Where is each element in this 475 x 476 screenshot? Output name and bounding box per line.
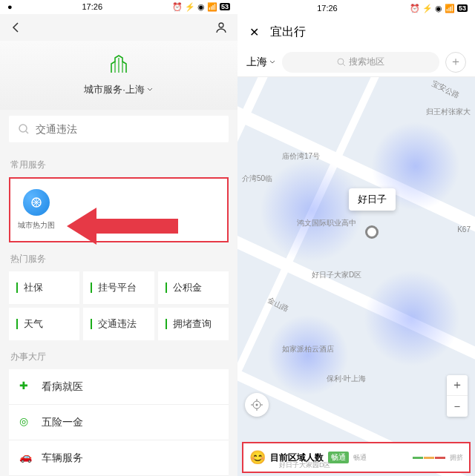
poi-label: 鸿文国际职业高中 bbox=[297, 218, 356, 228]
heatmap-label: 城市热力图 bbox=[18, 220, 55, 231]
section-title-lobby: 办事大厅 bbox=[0, 340, 238, 369]
page-title: 宜出行 bbox=[270, 24, 306, 40]
medical-icon: ✚ bbox=[19, 380, 34, 394]
status-bar: ●17:26 ⏰ ⚡ ◉ 📶 53 bbox=[0, 0, 238, 14]
hot-item[interactable]: 天气 bbox=[9, 308, 79, 340]
insurance-icon: ◎ bbox=[19, 415, 34, 430]
hot-services-grid: 社保 挂号平台 公积金 天气 交通违法 拥堵查询 bbox=[9, 271, 229, 340]
poi-label: 金山路 bbox=[266, 295, 290, 314]
filter-bar: 上海 搜索地区 ＋ bbox=[238, 47, 475, 77]
search-input[interactable] bbox=[36, 123, 220, 135]
zoom-out-button[interactable]: － bbox=[447, 396, 468, 417]
section-title-common: 常用服务 bbox=[0, 148, 238, 177]
city-selector[interactable]: 上海 bbox=[246, 56, 276, 69]
map-canvas[interactable]: 庙价湾17号 好日子大家D区 归王村张家大 介湾50临 鸿文国际职业高中 宝安公… bbox=[238, 77, 475, 476]
zoom-controls: ＋ － bbox=[447, 375, 468, 417]
locate-button[interactable] bbox=[245, 393, 269, 417]
common-services-card: 城市热力图 bbox=[9, 177, 229, 242]
poi-label: 庙价湾17号 bbox=[282, 151, 320, 162]
heatmap-icon bbox=[23, 189, 50, 216]
lobby-item[interactable]: ✚看病就医 bbox=[9, 369, 229, 405]
add-button[interactable]: ＋ bbox=[445, 52, 466, 73]
hot-item[interactable]: 公积金 bbox=[158, 271, 229, 304]
lobby-list: ✚看病就医 ◎五险一金 🚗车辆服务 bbox=[9, 369, 229, 476]
status-emoji: 😊 bbox=[249, 449, 266, 466]
building-icon bbox=[107, 53, 131, 77]
status-bar: 17:26 ⏰ ⚡ ◉ 📶 53 bbox=[238, 0, 475, 16]
close-icon[interactable]: ✕ bbox=[246, 24, 261, 39]
heatmap-service[interactable]: 城市热力图 bbox=[10, 189, 62, 231]
poi-label: 好日子大家D区 bbox=[312, 270, 361, 280]
hot-item[interactable]: 社保 bbox=[9, 271, 79, 304]
nav-bar bbox=[0, 14, 238, 41]
poi-label: 介湾50临 bbox=[242, 173, 272, 184]
legend bbox=[413, 457, 445, 459]
poi-label: 保利·叶上海 bbox=[327, 374, 366, 384]
hero: 城市服务·上海 bbox=[0, 41, 238, 110]
crowd-sublabel: 好日子大家园D区 bbox=[279, 460, 331, 470]
lobby-item[interactable]: ◎五险一金 bbox=[9, 405, 229, 440]
search-icon bbox=[337, 58, 346, 67]
area-search[interactable]: 搜索地区 bbox=[282, 52, 439, 73]
back-icon[interactable] bbox=[9, 20, 24, 35]
hot-item[interactable]: 挂号平台 bbox=[83, 271, 154, 304]
svg-point-6 bbox=[256, 404, 258, 406]
search-icon bbox=[18, 123, 30, 135]
poi-label: 如家派柏云酒店 bbox=[282, 344, 334, 354]
poi-label: K67 bbox=[457, 225, 471, 234]
zoom-in-button[interactable]: ＋ bbox=[447, 375, 468, 396]
poi-label: 归王村张家大 bbox=[426, 107, 471, 117]
svg-point-0 bbox=[219, 23, 223, 27]
section-title-hot: 热门服务 bbox=[0, 242, 238, 271]
hot-item[interactable]: 交通违法 bbox=[83, 308, 154, 340]
nav-bar: ✕ 宜出行 bbox=[238, 16, 475, 47]
map-pin bbox=[365, 225, 379, 239]
hot-item[interactable]: 拥堵查询 bbox=[158, 308, 229, 340]
status-badge: 畅通 bbox=[328, 452, 349, 463]
svg-point-1 bbox=[19, 125, 27, 132]
pin-tooltip: 好日子 bbox=[349, 188, 396, 211]
location-selector[interactable]: 城市服务·上海 bbox=[84, 83, 154, 96]
svg-point-4 bbox=[338, 59, 344, 65]
search-bar[interactable] bbox=[9, 116, 229, 142]
lobby-item[interactable]: 🚗车辆服务 bbox=[9, 440, 229, 476]
poi-label: 宝安公路 bbox=[430, 79, 461, 101]
vehicle-icon: 🚗 bbox=[19, 451, 34, 466]
crowd-status-bar[interactable]: 😊 目前区域人数 畅通 畅通 拥挤 好日子大家园D区 bbox=[242, 442, 471, 473]
user-icon[interactable] bbox=[214, 20, 229, 35]
